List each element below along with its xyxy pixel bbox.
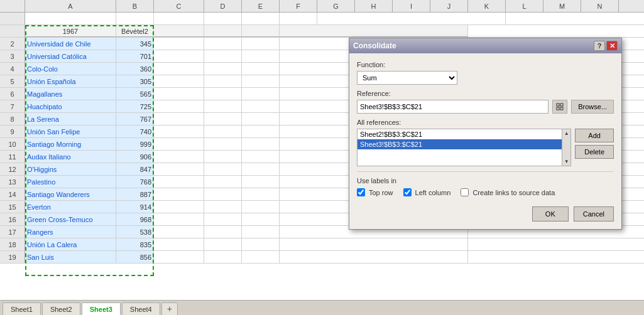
create-links-checkbox[interactable] bbox=[461, 188, 469, 196]
row-num: 10 bbox=[0, 138, 25, 150]
cell-name[interactable]: Huachipato bbox=[25, 100, 116, 112]
tab-sheet2[interactable]: Sheet2 bbox=[42, 302, 80, 315]
tab-sheet4[interactable]: Sheet4 bbox=[122, 302, 160, 315]
cell-value[interactable]: 565 bbox=[116, 88, 154, 100]
cell-name[interactable]: Everton bbox=[25, 201, 116, 213]
col-header-j: J bbox=[430, 0, 468, 12]
cell-name[interactable]: Audax Italiano bbox=[25, 151, 116, 163]
col-header-b: B bbox=[116, 0, 154, 12]
spreadsheet: A B C D E F G H I J K L M N 1967 Bévét bbox=[0, 0, 644, 315]
cancel-button[interactable]: Cancel bbox=[574, 206, 614, 222]
table-row: 19 San Luis 856 bbox=[0, 251, 644, 264]
all-refs-item-0[interactable]: Sheet2!$B$3:$C$21 bbox=[357, 129, 562, 139]
header-data-row: 1967 Bévétel2 bbox=[0, 25, 644, 38]
cell-value[interactable]: 305 bbox=[116, 75, 154, 87]
create-links-label: Create links to source data bbox=[472, 189, 555, 196]
cell-value[interactable]: 914 bbox=[116, 201, 154, 213]
cell-name[interactable]: Unión La Calera bbox=[25, 238, 116, 250]
all-references-label: All references: bbox=[357, 119, 614, 126]
browse-button[interactable]: Browse... bbox=[571, 100, 614, 114]
cell-value[interactable]: 740 bbox=[116, 125, 154, 137]
all-references-list[interactable]: Sheet2!$B$3:$C$21 Sheet3!$B$3:$C$21 bbox=[357, 129, 562, 166]
cell-name[interactable]: La Serena bbox=[25, 113, 116, 125]
cell-name[interactable]: Unión San Felipe bbox=[25, 125, 116, 137]
cell-value[interactable]: 345 bbox=[116, 38, 154, 50]
reference-input[interactable] bbox=[357, 100, 548, 114]
left-column-label: Left column bbox=[415, 189, 451, 196]
dialog-close-button[interactable]: ✕ bbox=[606, 41, 618, 51]
function-select[interactable]: Sum bbox=[357, 71, 457, 85]
cell-name[interactable]: Rangers bbox=[25, 226, 116, 238]
col-header-k: K bbox=[468, 0, 506, 12]
all-refs-item-1[interactable]: Sheet3!$B$3:$C$21 bbox=[357, 139, 562, 149]
reference-picker-button[interactable] bbox=[552, 100, 567, 114]
add-sheet-button[interactable]: + bbox=[161, 302, 178, 315]
row-num: 19 bbox=[0, 251, 25, 263]
cell-value[interactable]: 887 bbox=[116, 188, 154, 200]
dialog-title: Consolidate bbox=[353, 41, 396, 50]
cell-name[interactable]: Magallanes bbox=[25, 88, 116, 100]
svg-rect-0 bbox=[557, 104, 559, 106]
svg-rect-2 bbox=[557, 107, 559, 110]
dialog-body: Function: Sum Reference: bbox=[349, 53, 621, 229]
cell-name[interactable]: Green Cross-Temuco bbox=[25, 213, 116, 225]
row-num: 11 bbox=[0, 151, 25, 163]
add-button[interactable]: Add bbox=[575, 129, 614, 142]
cell-value[interactable]: 767 bbox=[116, 113, 154, 125]
cell-name[interactable]: Santiago Morning bbox=[25, 138, 116, 150]
col-header-l: L bbox=[506, 0, 543, 12]
cell-value[interactable]: 847 bbox=[116, 163, 154, 175]
scroll-up-arrow[interactable]: ▲ bbox=[564, 131, 569, 136]
tab-sheet3[interactable]: Sheet3 bbox=[82, 302, 121, 315]
cell-value[interactable]: 906 bbox=[116, 151, 154, 163]
row-num: 8 bbox=[0, 113, 25, 125]
grid-icon bbox=[556, 103, 564, 110]
header-col-a[interactable]: 1967 bbox=[25, 25, 116, 37]
empty-row-0 bbox=[0, 13, 644, 25]
cell-name[interactable]: Palestino bbox=[25, 176, 116, 188]
create-links-checkbox-row: Create links to source data bbox=[461, 188, 555, 196]
reference-label: Reference: bbox=[357, 90, 614, 97]
row-num: 16 bbox=[0, 213, 25, 225]
cell-value[interactable]: 538 bbox=[116, 226, 154, 238]
cell-value[interactable]: 725 bbox=[116, 100, 154, 112]
header-corner bbox=[0, 0, 25, 12]
top-row-checkbox[interactable] bbox=[357, 188, 365, 196]
cell-name[interactable]: Santiago Wanderers bbox=[25, 188, 116, 200]
dialog-help-button[interactable]: ? bbox=[594, 41, 605, 51]
cell-name[interactable]: Unión Española bbox=[25, 75, 116, 87]
cell-name[interactable]: Universiad Católica bbox=[25, 50, 116, 62]
function-label: Function: bbox=[357, 61, 614, 68]
left-column-checkbox[interactable] bbox=[403, 188, 412, 196]
ok-button[interactable]: OK bbox=[532, 206, 569, 222]
consolidate-dialog[interactable]: Consolidate ? ✕ Function: Sum bbox=[349, 38, 622, 230]
tab-sheet1[interactable]: Sheet1 bbox=[3, 302, 41, 315]
col-header-g: G bbox=[317, 0, 355, 12]
col-header-i: I bbox=[393, 0, 430, 12]
cell-value[interactable]: 768 bbox=[116, 176, 154, 188]
scroll-down-arrow[interactable]: ▼ bbox=[564, 159, 569, 164]
cell-value[interactable]: 968 bbox=[116, 213, 154, 225]
cell-value[interactable]: 360 bbox=[116, 63, 154, 75]
svg-rect-1 bbox=[560, 104, 563, 106]
sheet-tabs: Sheet1 Sheet2 Sheet3 Sheet4 + bbox=[0, 300, 644, 315]
cell-name[interactable]: O'Higgins bbox=[25, 163, 116, 175]
cell-name[interactable]: San Luis bbox=[25, 251, 116, 263]
cell-value[interactable]: 999 bbox=[116, 138, 154, 150]
row-num: 7 bbox=[0, 100, 25, 112]
row-num: 2 bbox=[0, 38, 25, 50]
delete-button[interactable]: Delete bbox=[575, 145, 614, 159]
cell-name[interactable]: Colo-Colo bbox=[25, 63, 116, 75]
row-num: 14 bbox=[0, 188, 25, 200]
row-num: 4 bbox=[0, 63, 25, 75]
refs-list-scrollbar[interactable]: ▲ ▼ bbox=[562, 129, 571, 166]
cell-value[interactable]: 835 bbox=[116, 238, 154, 250]
col-header-m: M bbox=[543, 0, 581, 12]
row-num: 18 bbox=[0, 238, 25, 250]
cell-value[interactable]: 701 bbox=[116, 50, 154, 62]
cell-name[interactable]: Universidad de Chile bbox=[25, 38, 116, 50]
col-header-n: N bbox=[581, 0, 619, 12]
top-row-checkbox-row: Top row bbox=[357, 188, 393, 196]
header-col-b[interactable]: Bévétel2 bbox=[116, 25, 154, 37]
cell-value[interactable]: 856 bbox=[116, 251, 154, 263]
